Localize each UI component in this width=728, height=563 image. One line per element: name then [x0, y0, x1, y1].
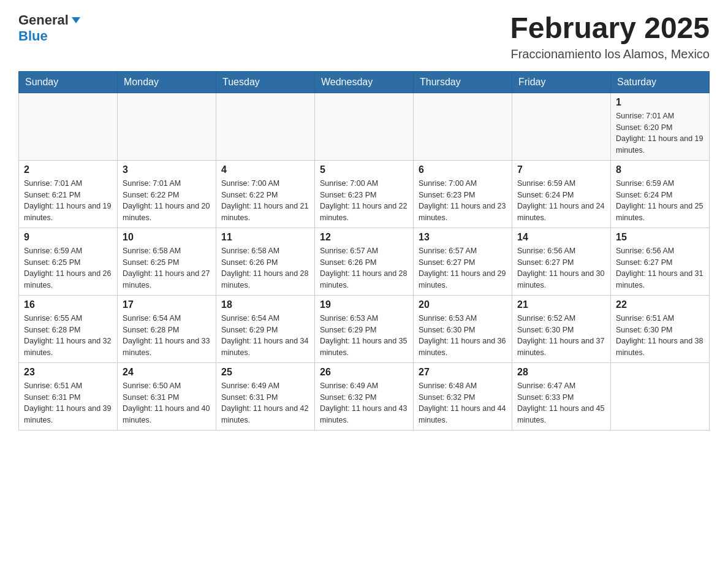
calendar-cell: 15Sunrise: 6:56 AMSunset: 6:27 PMDayligh…: [611, 228, 710, 295]
calendar-cell: 27Sunrise: 6:48 AMSunset: 6:32 PMDayligh…: [414, 362, 512, 430]
day-info: Sunrise: 7:01 AMSunset: 6:21 PMDaylight:…: [24, 178, 112, 224]
calendar-cell: [414, 93, 512, 160]
day-info: Sunrise: 6:58 AMSunset: 6:26 PMDaylight:…: [221, 245, 309, 291]
calendar-cell: [118, 93, 216, 160]
calendar-cell: 12Sunrise: 6:57 AMSunset: 6:26 PMDayligh…: [315, 228, 414, 295]
calendar-cell: 4Sunrise: 7:00 AMSunset: 6:22 PMDaylight…: [216, 160, 315, 228]
day-info: Sunrise: 6:57 AMSunset: 6:27 PMDaylight:…: [419, 245, 507, 291]
logo-blue: Blue: [18, 28, 48, 44]
calendar-cell: 28Sunrise: 6:47 AMSunset: 6:33 PMDayligh…: [512, 362, 611, 430]
day-info: Sunrise: 6:59 AMSunset: 6:25 PMDaylight:…: [24, 245, 112, 291]
day-number: 5: [320, 164, 408, 175]
day-info: Sunrise: 7:01 AMSunset: 6:20 PMDaylight:…: [616, 110, 704, 156]
day-info: Sunrise: 6:56 AMSunset: 6:27 PMDaylight:…: [616, 245, 704, 291]
calendar-cell: 17Sunrise: 6:54 AMSunset: 6:28 PMDayligh…: [118, 295, 216, 362]
day-number: 6: [419, 164, 507, 175]
calendar-cell: [19, 93, 118, 160]
day-info: Sunrise: 7:00 AMSunset: 6:23 PMDaylight:…: [419, 178, 507, 224]
calendar-cell: [315, 93, 414, 160]
calendar-cell: [216, 93, 315, 160]
calendar-weekday-tuesday: Tuesday: [216, 71, 315, 93]
day-number: 21: [517, 299, 605, 310]
day-number: 20: [419, 299, 507, 310]
calendar-weekday-sunday: Sunday: [19, 71, 118, 93]
logo: General Blue: [18, 12, 82, 44]
day-number: 8: [616, 164, 704, 175]
svg-marker-0: [72, 17, 80, 23]
day-info: Sunrise: 6:56 AMSunset: 6:27 PMDaylight:…: [517, 245, 605, 291]
calendar-cell: 22Sunrise: 6:51 AMSunset: 6:30 PMDayligh…: [611, 295, 710, 362]
calendar-cell: 3Sunrise: 7:01 AMSunset: 6:22 PMDaylight…: [118, 160, 216, 228]
day-info: Sunrise: 6:49 AMSunset: 6:32 PMDaylight:…: [320, 380, 408, 426]
calendar-cell: 8Sunrise: 6:59 AMSunset: 6:24 PMDaylight…: [611, 160, 710, 228]
calendar-cell: [611, 362, 710, 430]
day-info: Sunrise: 6:52 AMSunset: 6:30 PMDaylight:…: [517, 313, 605, 359]
calendar-cell: 1Sunrise: 7:01 AMSunset: 6:20 PMDaylight…: [611, 93, 710, 160]
calendar-weekday-friday: Friday: [512, 71, 611, 93]
day-number: 19: [320, 299, 408, 310]
calendar-cell: 23Sunrise: 6:51 AMSunset: 6:31 PMDayligh…: [19, 362, 118, 430]
day-number: 12: [320, 232, 408, 243]
calendar-week-row-1: 1Sunrise: 7:01 AMSunset: 6:20 PMDaylight…: [19, 93, 710, 160]
page-header: General Blue February 2025 Fraccionamien…: [18, 12, 710, 61]
day-number: 25: [221, 367, 309, 378]
title-section: February 2025 Fraccionamiento los Alamos…: [510, 12, 710, 61]
day-number: 4: [221, 164, 309, 175]
calendar-cell: 9Sunrise: 6:59 AMSunset: 6:25 PMDaylight…: [19, 228, 118, 295]
day-number: 2: [24, 164, 112, 175]
day-number: 10: [123, 232, 211, 243]
day-info: Sunrise: 6:53 AMSunset: 6:30 PMDaylight:…: [419, 313, 507, 359]
day-number: 18: [221, 299, 309, 310]
day-number: 23: [24, 367, 112, 378]
calendar-weekday-wednesday: Wednesday: [315, 71, 414, 93]
calendar-cell: 13Sunrise: 6:57 AMSunset: 6:27 PMDayligh…: [414, 228, 512, 295]
calendar-cell: 6Sunrise: 7:00 AMSunset: 6:23 PMDaylight…: [414, 160, 512, 228]
calendar-cell: 21Sunrise: 6:52 AMSunset: 6:30 PMDayligh…: [512, 295, 611, 362]
calendar-week-row-4: 16Sunrise: 6:55 AMSunset: 6:28 PMDayligh…: [19, 295, 710, 362]
calendar-cell: 10Sunrise: 6:58 AMSunset: 6:25 PMDayligh…: [118, 228, 216, 295]
day-info: Sunrise: 6:59 AMSunset: 6:24 PMDaylight:…: [517, 178, 605, 224]
calendar-cell: 16Sunrise: 6:55 AMSunset: 6:28 PMDayligh…: [19, 295, 118, 362]
calendar-cell: [512, 93, 611, 160]
day-number: 28: [517, 367, 605, 378]
day-info: Sunrise: 6:57 AMSunset: 6:26 PMDaylight:…: [320, 245, 408, 291]
day-number: 17: [123, 299, 211, 310]
day-number: 7: [517, 164, 605, 175]
day-info: Sunrise: 6:53 AMSunset: 6:29 PMDaylight:…: [320, 313, 408, 359]
calendar-week-row-3: 9Sunrise: 6:59 AMSunset: 6:25 PMDaylight…: [19, 228, 710, 295]
calendar-table: SundayMondayTuesdayWednesdayThursdayFrid…: [18, 71, 710, 431]
day-info: Sunrise: 6:47 AMSunset: 6:33 PMDaylight:…: [517, 380, 605, 426]
logo-general: General: [18, 12, 69, 28]
day-info: Sunrise: 6:59 AMSunset: 6:24 PMDaylight:…: [616, 178, 704, 224]
day-info: Sunrise: 7:00 AMSunset: 6:22 PMDaylight:…: [221, 178, 309, 224]
calendar-weekday-monday: Monday: [118, 71, 216, 93]
calendar-cell: 14Sunrise: 6:56 AMSunset: 6:27 PMDayligh…: [512, 228, 611, 295]
calendar-cell: 2Sunrise: 7:01 AMSunset: 6:21 PMDaylight…: [19, 160, 118, 228]
day-info: Sunrise: 6:54 AMSunset: 6:28 PMDaylight:…: [123, 313, 211, 359]
day-number: 3: [123, 164, 211, 175]
day-info: Sunrise: 6:54 AMSunset: 6:29 PMDaylight:…: [221, 313, 309, 359]
subtitle: Fraccionamiento los Alamos, Mexico: [510, 47, 710, 61]
calendar-header-row: SundayMondayTuesdayWednesdayThursdayFrid…: [19, 71, 710, 93]
day-info: Sunrise: 7:01 AMSunset: 6:22 PMDaylight:…: [123, 178, 211, 224]
calendar-cell: 20Sunrise: 6:53 AMSunset: 6:30 PMDayligh…: [414, 295, 512, 362]
day-number: 9: [24, 232, 112, 243]
day-info: Sunrise: 6:58 AMSunset: 6:25 PMDaylight:…: [123, 245, 211, 291]
day-info: Sunrise: 6:51 AMSunset: 6:31 PMDaylight:…: [24, 380, 112, 426]
day-number: 14: [517, 232, 605, 243]
day-info: Sunrise: 6:55 AMSunset: 6:28 PMDaylight:…: [24, 313, 112, 359]
day-number: 27: [419, 367, 507, 378]
logo-arrow-icon: [70, 15, 82, 26]
day-number: 22: [616, 299, 704, 310]
calendar-weekday-thursday: Thursday: [414, 71, 512, 93]
day-info: Sunrise: 7:00 AMSunset: 6:23 PMDaylight:…: [320, 178, 408, 224]
day-number: 16: [24, 299, 112, 310]
day-info: Sunrise: 6:50 AMSunset: 6:31 PMDaylight:…: [123, 380, 211, 426]
calendar-cell: 25Sunrise: 6:49 AMSunset: 6:31 PMDayligh…: [216, 362, 315, 430]
day-number: 26: [320, 367, 408, 378]
calendar-week-row-5: 23Sunrise: 6:51 AMSunset: 6:31 PMDayligh…: [19, 362, 710, 430]
day-number: 15: [616, 232, 704, 243]
calendar-cell: 11Sunrise: 6:58 AMSunset: 6:26 PMDayligh…: [216, 228, 315, 295]
calendar-cell: 19Sunrise: 6:53 AMSunset: 6:29 PMDayligh…: [315, 295, 414, 362]
calendar-cell: 5Sunrise: 7:00 AMSunset: 6:23 PMDaylight…: [315, 160, 414, 228]
